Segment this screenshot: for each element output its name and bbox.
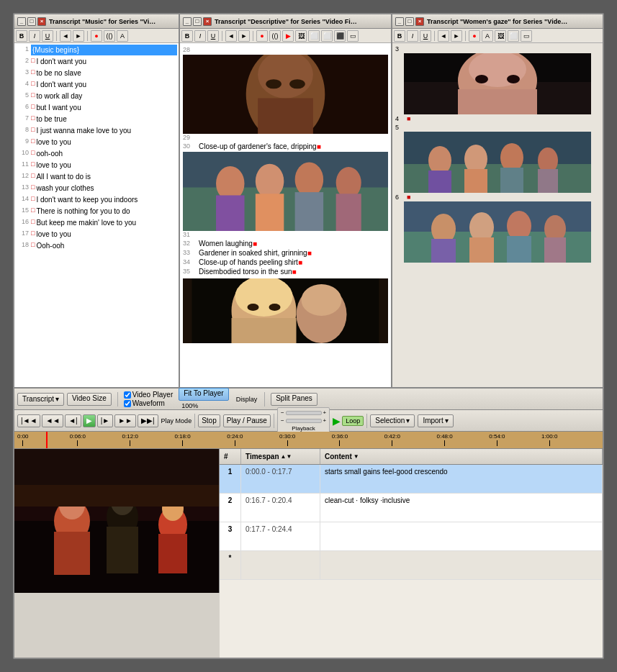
underline-button-women[interactable]: U [420,30,431,42]
record-button-women[interactable]: ● [469,30,480,42]
import-btn[interactable]: Import ▾ [418,414,453,427]
minimize-button-women[interactable]: _ [395,17,404,26]
extra2[interactable]: ⬜ [321,30,333,42]
extra-women[interactable]: ⬜ [508,30,519,42]
fwd-end-btn[interactable]: ▶▶| [138,414,158,427]
text-button[interactable]: A [117,30,128,42]
col-num-label: # [224,453,228,460]
bold-button-women[interactable]: B [394,30,405,42]
women-num-3: 3 [395,45,407,53]
minimize-button-desc[interactable]: _ [183,17,192,26]
bold-button-desc[interactable]: B [181,30,193,42]
caption-35: Disembodied torso in the sun [199,268,292,276]
vol-slider[interactable] [286,419,322,423]
transcript-line-11: 11 □ love to you [16,160,177,171]
play-pause-btn[interactable]: Play / Pause [223,414,271,427]
transcript-title: Transcript "Music" for Series "Video Fil… [49,18,157,25]
desc-line-31: 31 [183,231,388,238]
women-row-4: 4 ■ [394,114,601,123]
align-left-women[interactable]: ◄ [438,30,449,42]
col-header-timespan[interactable]: Timespan ▲▼ [241,449,320,464]
align-right-women[interactable]: ► [451,30,462,42]
window-controls-desc[interactable]: _ □ × [183,17,212,26]
fwd-btn[interactable]: ►► [114,414,136,427]
record-button[interactable]: ● [91,30,102,42]
italic-button-desc[interactable]: I [194,30,206,42]
play-btn[interactable]: ▶ [83,414,96,427]
align-right-button[interactable]: ► [73,30,84,42]
playhead[interactable] [46,432,48,448]
timeline-ruler[interactable]: 0:00 0:06:0 0:12:0 0:18:0 0:24:0 [14,432,603,449]
audio-button-women[interactable]: A [482,30,493,42]
italic-button-women[interactable]: I [407,30,418,42]
transcript-line-16: 16 □ But keep me makin' love to you [16,217,177,228]
extra2-women[interactable]: ▭ [521,30,532,42]
fit-to-player-label: Fit To Player [184,389,223,397]
close-button-women[interactable]: × [415,17,424,26]
align-right-desc[interactable]: ► [238,30,250,42]
audio-button[interactable]: (() [104,30,115,42]
table-row-3[interactable]: 3 0:17.7 - 0:24.4 [220,522,603,551]
marker-icon: □ [31,68,35,78]
bold-button[interactable]: B [16,30,27,42]
women-num-5: 5 [395,124,407,131]
maximize-button-desc[interactable]: □ [193,17,202,26]
minus-vol-btn[interactable]: − [281,417,284,424]
underline-button-desc[interactable]: U [207,30,219,42]
loop-btn[interactable]: Loop [342,416,364,426]
minus-btn[interactable]: − [281,409,284,416]
align-left-desc[interactable]: ◄ [225,30,237,42]
audio-button-desc[interactable]: (() [269,30,281,42]
extra1[interactable]: ⬜ [308,30,320,42]
step-back-btn[interactable]: ◄| [65,414,81,427]
speed-slider[interactable] [286,411,322,415]
table-row-2[interactable]: 2 0:16.7 - 0:20.4 clean-cut · folksy ·in… [220,494,603,522]
line-num-28: 28 [183,46,199,53]
tick-42: 0:42:0 [384,433,400,446]
flag-button[interactable]: ▶ [282,30,294,42]
svg-rect-50 [544,237,566,263]
rewind-start-btn[interactable]: |◄◄ [17,414,40,427]
record-button-desc[interactable]: ● [256,30,268,42]
col-header-content[interactable]: Content ▼ [320,449,603,464]
italic-button[interactable]: I [29,30,40,42]
transcript-line-4: 4 □ I don't want you [16,79,177,90]
cell-num-3: 3 [220,522,241,550]
step-fwd-btn[interactable]: |► [97,414,114,427]
align-left-button[interactable]: ◄ [60,30,71,42]
window-controls-women[interactable]: _ □ × [395,17,424,26]
window-controls[interactable]: _ □ × [17,17,46,26]
video-player-checkbox[interactable] [124,391,131,399]
transcript-dropdown[interactable]: Transcript ▾ [17,393,64,406]
img-button[interactable]: 🖼 [295,30,307,42]
waveform-checkbox[interactable] [124,400,131,407]
table-row-new[interactable]: * [220,551,603,580]
green-play-group: ▶ Loop [333,415,364,427]
extra3[interactable]: ⬛ [334,30,346,42]
img-button-women[interactable]: 🖼 [495,30,506,42]
video-size-btn[interactable]: Video Size [67,393,112,406]
desc-line-35: 35 Disembodied torso in the sun ■ [183,268,388,276]
underline-button[interactable]: U [42,30,53,42]
fit-to-player-btn[interactable]: Fit To Player [179,388,228,401]
stop-btn[interactable]: Stop [198,414,220,427]
import-label: Import [423,417,443,424]
svg-rect-28 [458,89,537,114]
close-button[interactable]: × [37,17,46,26]
table-row-1[interactable]: 1 0:00.0 - 0:17.7 starts small gains fee… [220,465,603,494]
minimize-button[interactable]: _ [17,17,26,26]
green-play-icon[interactable]: ▶ [333,415,341,427]
rewind-btn[interactable]: ◄◄ [42,414,63,427]
split-panes-btn[interactable]: Split Panes [271,393,317,406]
descriptive-title: Transcript "Descriptive" for Series "Vid… [215,18,359,25]
separator-women [434,31,435,41]
selection-btn[interactable]: Selection ▾ [370,414,415,427]
marker-35: ■ [292,268,297,276]
close-button-desc[interactable]: × [203,17,212,26]
tick-6: 0:06:0 [70,433,86,446]
extra4[interactable]: ▭ [347,30,359,42]
maximize-button[interactable]: □ [27,17,36,26]
maximize-button-women[interactable]: □ [405,17,414,26]
plus-vol-btn[interactable]: + [323,417,327,424]
plus-btn[interactable]: + [323,409,327,416]
